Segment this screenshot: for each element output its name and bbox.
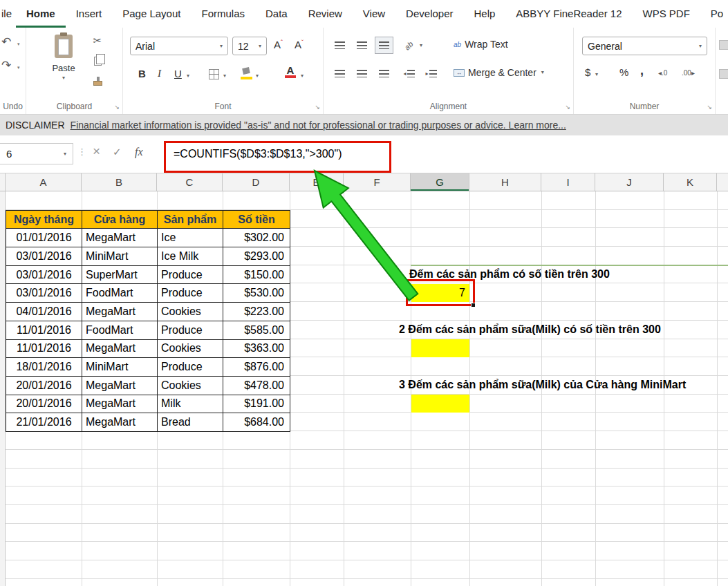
tab-data[interactable]: Data: [255, 0, 298, 28]
cell-product[interactable]: Cookies: [158, 340, 223, 359]
tab-view[interactable]: View: [353, 0, 395, 28]
accounting-caret-icon[interactable]: ▾: [595, 72, 598, 77]
cell-date[interactable]: 11/01/2016: [6, 340, 82, 359]
cell-product[interactable]: Cookies: [158, 303, 223, 321]
cell-date[interactable]: 03/01/2016: [6, 284, 82, 303]
accounting-format-button[interactable]: $: [585, 66, 590, 78]
font-name-combobox[interactable]: Arial ▾: [130, 37, 228, 55]
bold-button[interactable]: B: [138, 68, 146, 79]
redo-caret-icon[interactable]: ▾: [17, 65, 20, 70]
column-header-k[interactable]: K: [664, 173, 717, 191]
align-right-button[interactable]: [375, 65, 393, 82]
cell-store[interactable]: MegaMart: [82, 395, 158, 414]
font-dialog-launcher-icon[interactable]: ↘: [315, 104, 320, 111]
wrap-text-button[interactable]: ab Wrap Text: [454, 39, 508, 50]
font-color-caret-icon[interactable]: ▾: [301, 73, 304, 79]
cell-amount[interactable]: $150.00: [223, 266, 290, 285]
undo-icon[interactable]: ↶: [1, 35, 11, 49]
percent-style-button[interactable]: %: [619, 66, 628, 78]
cell-amount[interactable]: $684.00: [223, 413, 290, 432]
align-left-button[interactable]: [330, 65, 349, 82]
cell-product[interactable]: Ice Milk: [158, 247, 223, 266]
cell-date[interactable]: 03/01/2016: [6, 247, 82, 266]
cell-store[interactable]: MiniMart: [82, 247, 158, 266]
orientation-caret-icon[interactable]: ▾: [420, 43, 422, 48]
cell-amount[interactable]: $293.00: [223, 247, 290, 266]
answer-cell-g9[interactable]: [411, 339, 469, 357]
tab-developer[interactable]: Developer: [395, 0, 463, 28]
cell-store[interactable]: MegaMart: [82, 377, 158, 395]
increase-font-size-button[interactable]: Aˆ: [274, 39, 283, 50]
insert-function-icon[interactable]: fx: [135, 146, 143, 158]
decrease-decimal-button[interactable]: .00▸: [682, 69, 695, 77]
cell-date[interactable]: 20/01/2016: [6, 395, 82, 414]
disclaimer-link[interactable]: Financial market information is provided…: [71, 120, 566, 131]
increase-decimal-button[interactable]: ◂.0: [658, 69, 667, 77]
cell-product[interactable]: Bread: [158, 413, 223, 432]
column-header-f[interactable]: F: [344, 173, 411, 191]
cell-product[interactable]: Produce: [158, 266, 223, 285]
tab-power-cutoff[interactable]: Po: [700, 0, 728, 28]
table-header-product[interactable]: Sản phẩm: [158, 211, 223, 229]
redo-icon[interactable]: ↷: [1, 58, 11, 73]
align-top-button[interactable]: [330, 37, 349, 54]
cancel-icon[interactable]: ×: [93, 144, 100, 159]
column-header-h[interactable]: H: [469, 173, 541, 191]
sheet-grid[interactable]: Ngày tháng Cửa hàng Sản phẩm Số tiền 01/…: [0, 191, 728, 586]
cell-store[interactable]: FoodMart: [82, 284, 158, 303]
cell-date[interactable]: 21/01/2016: [6, 413, 82, 432]
answer-cell-g6[interactable]: 7: [411, 284, 469, 302]
borders-caret-icon[interactable]: ▾: [223, 73, 226, 79]
paste-button[interactable]: Paste ▾: [43, 33, 84, 106]
column-header-a[interactable]: A: [6, 173, 82, 191]
cell-amount[interactable]: $478.00: [223, 377, 290, 395]
alignment-dialog-launcher-icon[interactable]: ↘: [565, 104, 570, 111]
tab-review[interactable]: Review: [298, 0, 353, 28]
table-header-store[interactable]: Cửa hàng: [82, 211, 158, 229]
column-header-e[interactable]: E: [290, 173, 344, 191]
cell-amount[interactable]: $585.00: [223, 321, 290, 340]
cell-date[interactable]: 20/01/2016: [6, 377, 82, 395]
format-painter-icon[interactable]: [93, 81, 102, 86]
comma-style-button[interactable]: ,: [640, 64, 644, 78]
cell-product[interactable]: Produce: [158, 358, 223, 377]
question-2-text[interactable]: 2 Đếm các sản phẩm sữa(Milk) có số tiền …: [399, 321, 661, 339]
column-header-i[interactable]: I: [541, 173, 595, 191]
clipboard-dialog-launcher-icon[interactable]: ↘: [114, 104, 120, 111]
cell-store[interactable]: MegaMart: [82, 229, 158, 247]
align-center-button[interactable]: [353, 65, 371, 82]
number-format-combobox[interactable]: General ▾: [582, 37, 707, 55]
font-color-button[interactable]: A: [285, 66, 296, 78]
cut-icon[interactable]: ✂: [93, 35, 102, 47]
cell-amount[interactable]: $302.00: [223, 229, 290, 247]
cell-product[interactable]: Produce: [158, 284, 223, 303]
fill-handle[interactable]: [471, 303, 476, 308]
column-header-c[interactable]: C: [157, 173, 223, 191]
cell-store[interactable]: MegaMart: [82, 413, 158, 432]
copy-icon[interactable]: [94, 57, 102, 66]
underline-button[interactable]: U: [174, 68, 182, 79]
column-header-g-selected[interactable]: G: [411, 173, 469, 191]
tab-page-layout[interactable]: Page Layout: [112, 0, 191, 28]
cell-product[interactable]: Ice: [158, 229, 223, 247]
decrease-font-size-button[interactable]: Aˇ: [295, 39, 304, 50]
column-header-d[interactable]: D: [223, 173, 290, 191]
fill-color-caret-icon[interactable]: ▾: [256, 73, 259, 79]
enter-check-icon[interactable]: ✓: [113, 146, 122, 158]
select-all-corner[interactable]: [0, 173, 6, 191]
cell-date[interactable]: 18/01/2016: [6, 358, 82, 377]
column-header-j[interactable]: J: [595, 173, 664, 191]
cell-product[interactable]: Produce: [158, 321, 223, 340]
formula-input[interactable]: =COUNTIFS($D$3:$D$13,">300"): [174, 135, 342, 173]
italic-button[interactable]: I: [158, 68, 161, 79]
cell-amount[interactable]: $191.00: [223, 395, 290, 414]
name-box[interactable]: 6 ▾: [0, 143, 73, 164]
cell-date[interactable]: 01/01/2016: [6, 229, 82, 247]
cell-amount[interactable]: $223.00: [223, 303, 290, 321]
cell-store[interactable]: MegaMart: [82, 340, 158, 359]
column-header-b[interactable]: B: [82, 173, 157, 191]
underline-caret-icon[interactable]: ▾: [187, 73, 189, 79]
tab-help[interactable]: Help: [463, 0, 505, 28]
tab-insert[interactable]: Insert: [66, 0, 113, 28]
increase-indent-button[interactable]: ▸: [422, 65, 440, 82]
